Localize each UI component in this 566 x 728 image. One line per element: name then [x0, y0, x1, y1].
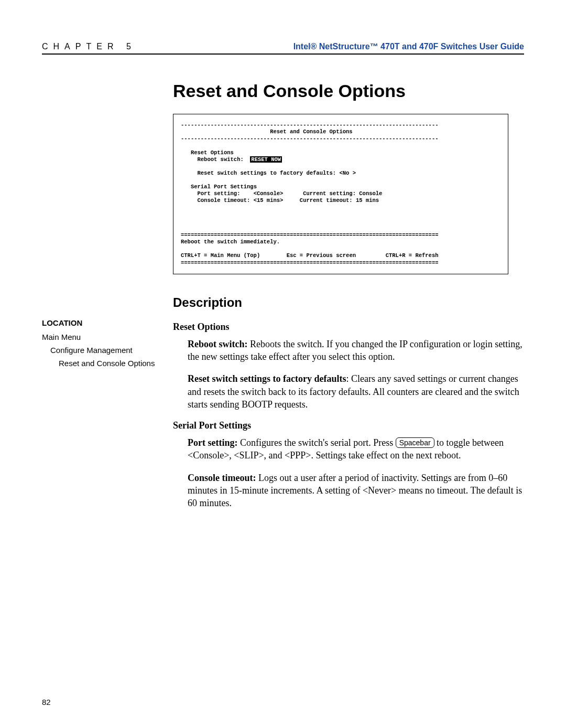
location-level2: Configure Management — [50, 346, 173, 355]
location-level1: Main Menu — [42, 333, 173, 341]
location-sidebar: LOCATION Main Menu Configure Management … — [42, 295, 173, 519]
serial-heading: Serial Port Settings — [173, 420, 524, 431]
term-serial-head: Serial Port Settings — [191, 184, 257, 190]
guide-title: Intel® NetStructure™ 470T and 470F Switc… — [293, 42, 524, 51]
timeout-bold: Console timeout: — [188, 473, 256, 483]
running-header: CHAPTER 5 Intel® NetStructure™ 470T and … — [42, 42, 524, 55]
term-help: Reboot the switch immediately. — [181, 239, 280, 245]
term-reset-factory: Reset switch settings to factory default… — [198, 170, 356, 176]
term-reboot-value: RESET NOW — [250, 156, 282, 163]
terminal-screenshot: ----------------------------------------… — [173, 114, 508, 274]
reboot-bold: Reboot switch: — [188, 339, 248, 349]
term-port-current: Current setting: Console — [303, 190, 382, 197]
term-timeout-current: Current timeout: 15 mins — [300, 197, 379, 204]
port-paragraph: Port setting: Configures the switch's se… — [188, 436, 524, 462]
term-title: Reset and Console Options — [270, 129, 353, 135]
description-heading: Description — [173, 295, 524, 310]
term-nav3: CTRL+R = Refresh — [386, 252, 439, 259]
location-heading: LOCATION — [42, 318, 173, 327]
term-reset-options: Reset Options — [191, 149, 234, 156]
location-level3: Reset and Console Options — [59, 359, 173, 368]
factory-paragraph: Reset switch settings to factory default… — [188, 372, 524, 411]
term-reboot-label: Reboot switch: — [198, 156, 244, 163]
term-nav2: Esc = Previous screen — [287, 252, 356, 259]
timeout-paragraph: Console timeout: Logs out a user after a… — [188, 472, 524, 510]
page-title: Reset and Console Options — [173, 81, 524, 101]
port-bold: Port setting: — [188, 437, 237, 448]
port-text1: Configures the switch's serial port. Pre… — [237, 437, 395, 448]
factory-bold: Reset switch settings to factory default… — [188, 373, 346, 384]
term-timeout-setting: Console timeout: <15 mins> — [198, 197, 284, 204]
reset-options-heading: Reset Options — [173, 322, 524, 333]
spacebar-keycap: Spacebar — [396, 437, 434, 448]
term-nav1: CTRL+T = Main Menu (Top) — [181, 252, 260, 259]
description-body: Description Reset Options Reboot switch:… — [173, 295, 524, 519]
term-port-setting: Port setting: <Console> — [198, 190, 284, 197]
reboot-paragraph: Reboot switch: Reboots the switch. If yo… — [188, 338, 524, 363]
chapter-label: CHAPTER 5 — [42, 42, 136, 51]
